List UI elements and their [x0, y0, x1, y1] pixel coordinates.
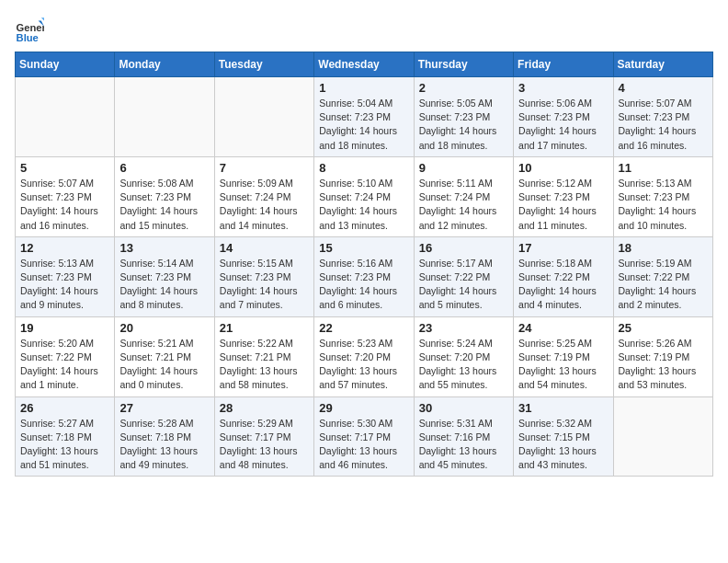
day-number: 4: [619, 81, 708, 95]
day-number: 7: [220, 161, 309, 175]
weekday-header: Sunday: [16, 52, 115, 77]
day-number: 29: [319, 401, 408, 415]
calendar-cell: 7Sunrise: 5:09 AM Sunset: 7:24 PM Daylig…: [214, 156, 313, 236]
day-info: Sunrise: 5:16 AM Sunset: 7:23 PM Dayligh…: [319, 257, 408, 313]
day-info: Sunrise: 5:31 AM Sunset: 7:16 PM Dayligh…: [419, 417, 508, 473]
day-number: 27: [119, 401, 209, 415]
day-info: Sunrise: 5:30 AM Sunset: 7:17 PM Dayligh…: [319, 417, 408, 473]
calendar-cell: 24Sunrise: 5:25 AM Sunset: 7:19 PM Dayli…: [514, 316, 613, 396]
day-info: Sunrise: 5:08 AM Sunset: 7:23 PM Dayligh…: [119, 177, 209, 233]
day-number: 25: [619, 321, 708, 335]
calendar-cell: 14Sunrise: 5:15 AM Sunset: 7:23 PM Dayli…: [214, 236, 313, 316]
calendar-cell: 2Sunrise: 5:05 AM Sunset: 7:23 PM Daylig…: [414, 77, 513, 157]
calendar-cell: [115, 77, 214, 157]
calendar-week-row: 26Sunrise: 5:27 AM Sunset: 7:18 PM Dayli…: [16, 396, 713, 477]
day-info: Sunrise: 5:29 AM Sunset: 7:17 PM Dayligh…: [220, 417, 309, 473]
calendar-cell: 21Sunrise: 5:22 AM Sunset: 7:21 PM Dayli…: [214, 316, 313, 396]
day-number: 31: [518, 401, 608, 415]
day-number: 19: [20, 321, 109, 335]
day-number: 8: [319, 161, 408, 175]
calendar-cell: 5Sunrise: 5:07 AM Sunset: 7:23 PM Daylig…: [16, 156, 115, 236]
calendar-cell: 28Sunrise: 5:29 AM Sunset: 7:17 PM Dayli…: [214, 396, 313, 477]
calendar-week-row: 1Sunrise: 5:04 AM Sunset: 7:23 PM Daylig…: [16, 77, 713, 157]
weekday-header: Monday: [115, 52, 214, 77]
calendar-week-row: 19Sunrise: 5:20 AM Sunset: 7:22 PM Dayli…: [16, 316, 713, 396]
day-info: Sunrise: 5:06 AM Sunset: 7:23 PM Dayligh…: [518, 97, 608, 153]
day-info: Sunrise: 5:26 AM Sunset: 7:19 PM Dayligh…: [619, 337, 708, 393]
day-number: 2: [419, 81, 508, 95]
day-number: 16: [419, 241, 508, 255]
day-info: Sunrise: 5:14 AM Sunset: 7:23 PM Dayligh…: [119, 257, 209, 313]
calendar-cell: 3Sunrise: 5:06 AM Sunset: 7:23 PM Daylig…: [514, 77, 613, 157]
day-info: Sunrise: 5:04 AM Sunset: 7:23 PM Dayligh…: [319, 97, 408, 153]
day-number: 20: [119, 321, 209, 335]
day-info: Sunrise: 5:28 AM Sunset: 7:18 PM Dayligh…: [119, 417, 209, 473]
logo-icon: General Blue: [15, 15, 44, 44]
day-number: 14: [220, 241, 309, 255]
calendar-cell: 20Sunrise: 5:21 AM Sunset: 7:21 PM Dayli…: [115, 316, 214, 396]
day-number: 12: [20, 241, 109, 255]
weekday-header-row: SundayMondayTuesdayWednesdayThursdayFrid…: [16, 52, 713, 77]
calendar-cell: 6Sunrise: 5:08 AM Sunset: 7:23 PM Daylig…: [115, 156, 214, 236]
calendar-cell: 15Sunrise: 5:16 AM Sunset: 7:23 PM Dayli…: [314, 236, 414, 316]
calendar-cell: 4Sunrise: 5:07 AM Sunset: 7:23 PM Daylig…: [613, 77, 712, 157]
day-info: Sunrise: 5:20 AM Sunset: 7:22 PM Dayligh…: [20, 337, 109, 393]
calendar-cell: [16, 77, 115, 157]
day-number: 9: [419, 161, 508, 175]
day-number: 21: [220, 321, 309, 335]
calendar-cell: 27Sunrise: 5:28 AM Sunset: 7:18 PM Dayli…: [115, 396, 214, 477]
day-info: Sunrise: 5:10 AM Sunset: 7:24 PM Dayligh…: [319, 177, 408, 233]
day-number: 22: [319, 321, 408, 335]
calendar-cell: 22Sunrise: 5:23 AM Sunset: 7:20 PM Dayli…: [314, 316, 414, 396]
weekday-header: Saturday: [613, 52, 712, 77]
day-number: 13: [119, 241, 209, 255]
calendar-cell: 18Sunrise: 5:19 AM Sunset: 7:22 PM Dayli…: [613, 236, 712, 316]
calendar-cell: 16Sunrise: 5:17 AM Sunset: 7:22 PM Dayli…: [414, 236, 513, 316]
day-number: 26: [20, 401, 109, 415]
day-number: 6: [119, 161, 209, 175]
calendar-cell: 25Sunrise: 5:26 AM Sunset: 7:19 PM Dayli…: [613, 316, 712, 396]
day-number: 11: [619, 161, 708, 175]
page-header: General Blue: [15, 15, 713, 44]
calendar-cell: [214, 77, 313, 157]
weekday-header: Thursday: [414, 52, 513, 77]
day-number: 3: [518, 81, 608, 95]
day-number: 18: [619, 241, 708, 255]
day-number: 28: [220, 401, 309, 415]
calendar-table: SundayMondayTuesdayWednesdayThursdayFrid…: [15, 52, 713, 477]
day-info: Sunrise: 5:13 AM Sunset: 7:23 PM Dayligh…: [619, 177, 708, 233]
day-info: Sunrise: 5:07 AM Sunset: 7:23 PM Dayligh…: [619, 97, 708, 153]
calendar-cell: 31Sunrise: 5:32 AM Sunset: 7:15 PM Dayli…: [514, 396, 613, 477]
calendar-cell: 13Sunrise: 5:14 AM Sunset: 7:23 PM Dayli…: [115, 236, 214, 316]
day-number: 10: [518, 161, 608, 175]
day-number: 23: [419, 321, 508, 335]
day-info: Sunrise: 5:12 AM Sunset: 7:23 PM Dayligh…: [518, 177, 608, 233]
day-info: Sunrise: 5:18 AM Sunset: 7:22 PM Dayligh…: [518, 257, 608, 313]
weekday-header: Friday: [514, 52, 613, 77]
day-number: 17: [518, 241, 608, 255]
calendar-week-row: 12Sunrise: 5:13 AM Sunset: 7:23 PM Dayli…: [16, 236, 713, 316]
day-info: Sunrise: 5:07 AM Sunset: 7:23 PM Dayligh…: [20, 177, 109, 233]
day-number: 1: [319, 81, 408, 95]
calendar-cell: [613, 396, 712, 477]
day-info: Sunrise: 5:22 AM Sunset: 7:21 PM Dayligh…: [220, 337, 309, 393]
logo: General Blue: [15, 15, 48, 44]
calendar-cell: 26Sunrise: 5:27 AM Sunset: 7:18 PM Dayli…: [16, 396, 115, 477]
calendar-cell: 19Sunrise: 5:20 AM Sunset: 7:22 PM Dayli…: [16, 316, 115, 396]
calendar-cell: 17Sunrise: 5:18 AM Sunset: 7:22 PM Dayli…: [514, 236, 613, 316]
calendar-cell: 10Sunrise: 5:12 AM Sunset: 7:23 PM Dayli…: [514, 156, 613, 236]
calendar-cell: 8Sunrise: 5:10 AM Sunset: 7:24 PM Daylig…: [314, 156, 414, 236]
weekday-header: Wednesday: [314, 52, 414, 77]
weekday-header: Tuesday: [214, 52, 313, 77]
calendar-week-row: 5Sunrise: 5:07 AM Sunset: 7:23 PM Daylig…: [16, 156, 713, 236]
calendar-cell: 1Sunrise: 5:04 AM Sunset: 7:23 PM Daylig…: [314, 77, 414, 157]
day-info: Sunrise: 5:09 AM Sunset: 7:24 PM Dayligh…: [220, 177, 309, 233]
day-info: Sunrise: 5:32 AM Sunset: 7:15 PM Dayligh…: [518, 417, 608, 473]
calendar-cell: 9Sunrise: 5:11 AM Sunset: 7:24 PM Daylig…: [414, 156, 513, 236]
calendar-cell: 23Sunrise: 5:24 AM Sunset: 7:20 PM Dayli…: [414, 316, 513, 396]
svg-text:Blue: Blue: [17, 32, 39, 43]
day-info: Sunrise: 5:25 AM Sunset: 7:19 PM Dayligh…: [518, 337, 608, 393]
calendar-cell: 12Sunrise: 5:13 AM Sunset: 7:23 PM Dayli…: [16, 236, 115, 316]
day-info: Sunrise: 5:27 AM Sunset: 7:18 PM Dayligh…: [20, 417, 109, 473]
day-number: 15: [319, 241, 408, 255]
